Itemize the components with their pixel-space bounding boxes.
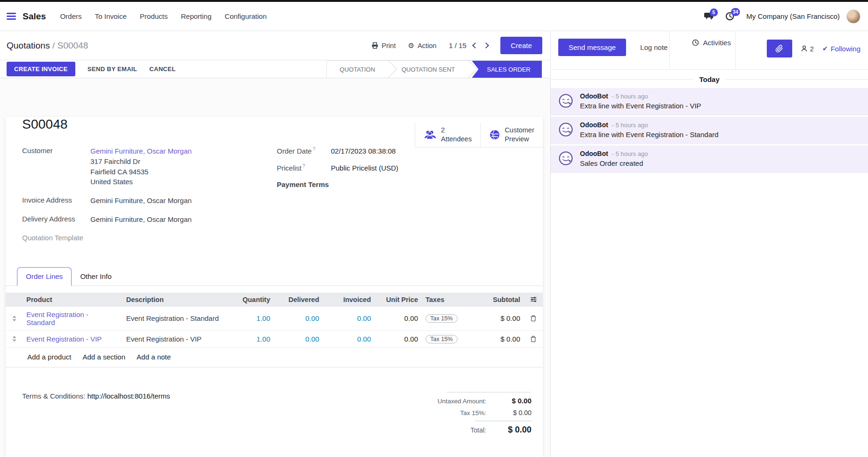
- odoobot-avatar: [557, 92, 574, 109]
- activities-badge: 34: [731, 8, 740, 16]
- invoiced-cell[interactable]: 0.00: [323, 310, 375, 326]
- terms-link[interactable]: http://localhost:8016/terms: [87, 392, 170, 400]
- message-author[interactable]: OdooBot: [580, 150, 608, 157]
- taxes-cell[interactable]: Tax 15%: [422, 331, 465, 347]
- form-pane: Quotations / S00048 Print ⚙ Action 1 / 1…: [0, 31, 551, 457]
- date-divider-label: Today: [699, 75, 719, 83]
- pager-previous-icon[interactable]: [472, 42, 478, 49]
- col-taxes: Taxes: [422, 293, 465, 307]
- message-time: - 5 hours ago: [612, 150, 648, 157]
- tax-label: Tax 15%:: [460, 409, 486, 416]
- pager-next-icon[interactable]: [483, 42, 489, 49]
- app-brand[interactable]: Sales: [23, 11, 46, 22]
- message-author[interactable]: OdooBot: [580, 121, 608, 129]
- list-item[interactable]: OdooBot - 5 hours ago Sales Order create…: [551, 146, 868, 173]
- breadcrumb-parent[interactable]: Quotations: [7, 41, 50, 50]
- attach-files-button[interactable]: [767, 40, 792, 57]
- drag-handle-icon[interactable]: [6, 311, 23, 326]
- delete-line-icon[interactable]: [524, 332, 543, 346]
- description-cell[interactable]: Event Registration - Standard: [122, 310, 227, 326]
- print-button[interactable]: Print: [371, 42, 396, 49]
- message-author[interactable]: OdooBot: [580, 92, 608, 100]
- nav-reporting[interactable]: Reporting: [181, 12, 211, 20]
- tab-order-lines[interactable]: Order Lines: [17, 267, 72, 286]
- quantity-cell[interactable]: 1.00: [227, 331, 274, 347]
- drag-handle-icon[interactable]: [6, 332, 23, 346]
- action-button[interactable]: ⚙ Action: [408, 41, 437, 50]
- customer-link[interactable]: Gemini Furniture, Oscar Morgan: [90, 146, 192, 156]
- messages-badge: 5: [710, 8, 718, 16]
- attendees-smart-button[interactable]: 2 Attendees: [415, 122, 480, 147]
- delete-line-icon[interactable]: [524, 311, 543, 326]
- col-product: Product: [23, 293, 122, 307]
- user-avatar[interactable]: [846, 9, 860, 24]
- order-date-value[interactable]: 02/17/2023 08:38:08: [331, 146, 396, 156]
- tax-pill: Tax 15%: [426, 335, 458, 343]
- printer-icon: [371, 42, 378, 49]
- table-row[interactable]: Event Registration - Standard Event Regi…: [6, 307, 543, 331]
- globe-icon: [489, 129, 500, 140]
- attendees-count: 2: [441, 126, 472, 135]
- product-link[interactable]: Event Registration - Standard: [23, 307, 122, 330]
- message-body: Sales Order created: [580, 159, 860, 167]
- date-divider: Today: [551, 75, 868, 83]
- list-item[interactable]: OdooBot - 5 hours ago Extra line with Ev…: [551, 117, 868, 144]
- invoice-address-value[interactable]: Gemini Furniture, Oscar Morgan: [90, 196, 192, 206]
- send-by-email-button[interactable]: SEND BY EMAIL: [88, 65, 137, 73]
- pricelist-value[interactable]: Public Pricelist (USD): [331, 163, 398, 173]
- tab-other-info[interactable]: Other Info: [72, 267, 120, 286]
- col-quantity: Quantity: [227, 293, 274, 307]
- create-button[interactable]: Create: [500, 37, 542, 54]
- message-time: - 5 hours ago: [612, 122, 648, 129]
- delivery-address-value[interactable]: Gemini Furniture, Oscar Morgan: [90, 214, 192, 225]
- nav-configuration[interactable]: Configuration: [225, 12, 266, 20]
- add-section-link[interactable]: Add a section: [82, 353, 125, 361]
- odoobot-avatar: [557, 150, 574, 167]
- odoobot-avatar: [557, 121, 574, 138]
- list-item[interactable]: OdooBot - 5 hours ago Extra line with Ev…: [551, 88, 868, 115]
- state-sales-order[interactable]: SALES ORDER: [472, 61, 542, 78]
- gear-icon: ⚙: [408, 41, 414, 50]
- quantity-cell[interactable]: 1.00: [227, 310, 274, 326]
- nav-orders[interactable]: Orders: [60, 12, 82, 20]
- apps-menu-icon[interactable]: [7, 13, 16, 20]
- invoiced-cell[interactable]: 0.00: [323, 331, 375, 347]
- state-quotation[interactable]: QUOTATION: [327, 61, 388, 78]
- add-note-link[interactable]: Add a note: [137, 353, 171, 361]
- customer-address-line2: Fairfield CA 94535: [90, 167, 192, 177]
- help-icon: ?: [303, 163, 305, 169]
- nav-products[interactable]: Products: [140, 12, 168, 20]
- delivered-cell[interactable]: 0.00: [274, 310, 323, 326]
- payment-terms-label: Payment Terms: [277, 180, 331, 188]
- unit-price-cell[interactable]: 0.00: [375, 331, 422, 347]
- followers-button[interactable]: 2: [801, 45, 814, 53]
- nav-to-invoice[interactable]: To Invoice: [95, 12, 127, 20]
- clock-icon: [692, 39, 699, 46]
- log-note-button[interactable]: Log note: [637, 39, 670, 56]
- company-switcher[interactable]: My Company (San Francisco): [747, 12, 840, 20]
- delivered-cell[interactable]: 0.00: [274, 331, 323, 347]
- paperclip-icon: [775, 45, 783, 53]
- state-quotation-sent[interactable]: QUOTATION SENT: [388, 61, 468, 78]
- following-button[interactable]: ✔ Following: [822, 45, 860, 53]
- untaxed-amount-value: $ 0.00: [493, 397, 531, 405]
- messages-menu[interactable]: 5: [704, 12, 713, 20]
- table-row[interactable]: Event Registration - VIP Event Registrat…: [6, 331, 543, 348]
- cancel-button[interactable]: CANCEL: [149, 65, 176, 73]
- smart-button-box: 2 Attendees Customer Preview: [415, 122, 543, 147]
- chatter-toolbar: Send message Log note Activities: [551, 31, 868, 70]
- create-invoice-button[interactable]: CREATE INVOICE: [7, 62, 75, 76]
- description-cell[interactable]: Event Registration - VIP: [122, 331, 227, 347]
- taxes-cell[interactable]: Tax 15%: [422, 310, 465, 326]
- customer-preview-smart-button[interactable]: Customer Preview: [480, 122, 543, 147]
- add-product-link[interactable]: Add a product: [27, 353, 71, 361]
- tax-pill: Tax 15%: [426, 314, 458, 323]
- unit-price-cell[interactable]: 0.00: [375, 310, 422, 326]
- send-message-button[interactable]: Send message: [558, 39, 626, 56]
- activities-button[interactable]: Activities: [692, 39, 731, 47]
- optional-columns-icon[interactable]: [524, 293, 543, 306]
- product-link[interactable]: Event Registration - VIP: [23, 331, 122, 347]
- breadcrumb-separator: /: [52, 41, 55, 50]
- activities-menu[interactable]: 34: [725, 12, 734, 21]
- pricelist-label: Pricelist?: [277, 163, 331, 173]
